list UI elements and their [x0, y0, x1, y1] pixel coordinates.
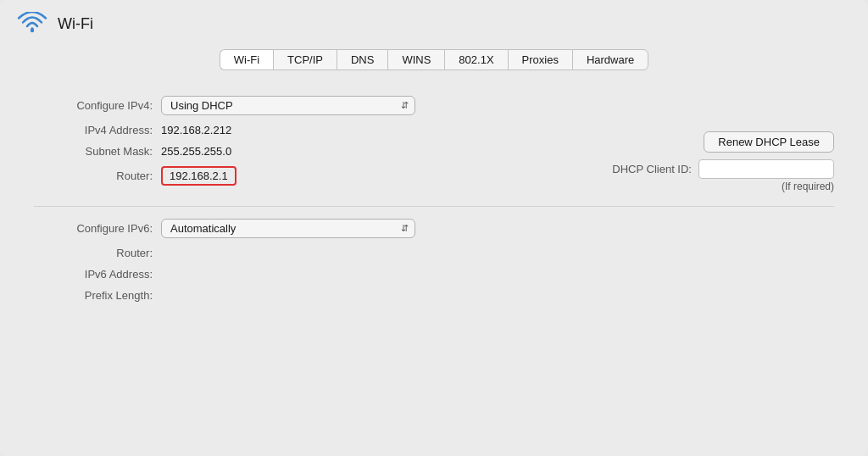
dhcp-client-label: DHCP Client ID: [612, 163, 692, 175]
configure-ipv6-dropdown-container: Automatically Link-local only Manually O… [161, 219, 415, 238]
tab-proxies[interactable]: Proxies [508, 49, 572, 70]
configure-ipv4-dropdown-container: Using DHCP Using DHCP with manual addres… [161, 96, 415, 115]
ipv4-address-label: IPv4 Address: [34, 124, 161, 136]
ipv6-router-row: Router: [34, 247, 834, 259]
tab-wins[interactable]: WINS [387, 49, 444, 70]
wifi-icon [17, 12, 47, 36]
dhcp-client-row: DHCP Client ID: [612, 159, 834, 179]
configure-ipv4-row: Configure IPv4: Using DHCP Using DHCP wi… [34, 96, 612, 115]
content-area: Configure IPv4: Using DHCP Using DHCP wi… [0, 79, 868, 456]
dhcp-client-section: DHCP Client ID: (If required) [612, 159, 834, 192]
ipv6-address-row: IPv6 Address: [34, 268, 834, 281]
main-window: Wi-Fi Wi-Fi TCP/IP DNS WINS 802.1X Proxi… [0, 0, 868, 456]
prefix-length-row: Prefix Length: [34, 289, 834, 302]
ipv4-router-label: Router: [34, 170, 161, 182]
tab-8021x[interactable]: 802.1X [444, 49, 507, 70]
tab-dns[interactable]: DNS [337, 49, 387, 70]
dhcp-client-input[interactable] [698, 159, 834, 179]
ipv6-router-label: Router: [34, 247, 161, 259]
renew-dhcp-button[interactable]: Renew DHCP Lease [704, 131, 834, 153]
if-required-label: (If required) [782, 181, 834, 192]
ipv4-section: Configure IPv4: Using DHCP Using DHCP wi… [34, 96, 834, 194]
page-title: Wi-Fi [58, 15, 93, 33]
svg-point-0 [31, 29, 34, 32]
title-bar: Wi-Fi [0, 0, 868, 44]
section-divider [34, 206, 834, 207]
ipv4-router-value: 192.168.2.1 [170, 170, 228, 182]
ipv4-address-value: 192.168.2.212 [161, 124, 231, 136]
tab-bar: Wi-Fi TCP/IP DNS WINS 802.1X Proxies Har… [0, 44, 868, 79]
ipv4-router-row: Router: 192.168.2.1 [34, 166, 612, 186]
subnet-mask-row: Subnet Mask: 255.255.255.0 [34, 145, 612, 158]
subnet-mask-label: Subnet Mask: [34, 145, 161, 158]
subnet-mask-value: 255.255.255.0 [161, 145, 231, 158]
ipv4-fields-right: Renew DHCP Lease DHCP Client ID: (If req… [612, 96, 834, 192]
prefix-length-label: Prefix Length: [34, 289, 161, 302]
ipv6-section: Configure IPv6: Automatically Link-local… [34, 219, 834, 310]
configure-ipv6-dropdown[interactable]: Automatically Link-local only Manually O… [161, 219, 415, 238]
ipv6-address-label: IPv6 Address: [34, 268, 161, 281]
ipv4-fields-left: Configure IPv4: Using DHCP Using DHCP wi… [34, 96, 612, 194]
ipv6-fields-left: Configure IPv6: Automatically Link-local… [34, 219, 834, 310]
configure-ipv6-label: Configure IPv6: [34, 222, 161, 235]
tab-hardware[interactable]: Hardware [572, 49, 648, 70]
configure-ipv4-label: Configure IPv4: [34, 99, 161, 112]
tab-wifi[interactable]: Wi-Fi [220, 49, 273, 70]
configure-ipv4-dropdown[interactable]: Using DHCP Using DHCP with manual addres… [161, 96, 415, 115]
configure-ipv6-row: Configure IPv6: Automatically Link-local… [34, 219, 834, 238]
ipv4-address-row: IPv4 Address: 192.168.2.212 [34, 124, 612, 136]
ipv4-router-highlight: 192.168.2.1 [161, 166, 236, 186]
tab-tcpip[interactable]: TCP/IP [273, 49, 337, 70]
